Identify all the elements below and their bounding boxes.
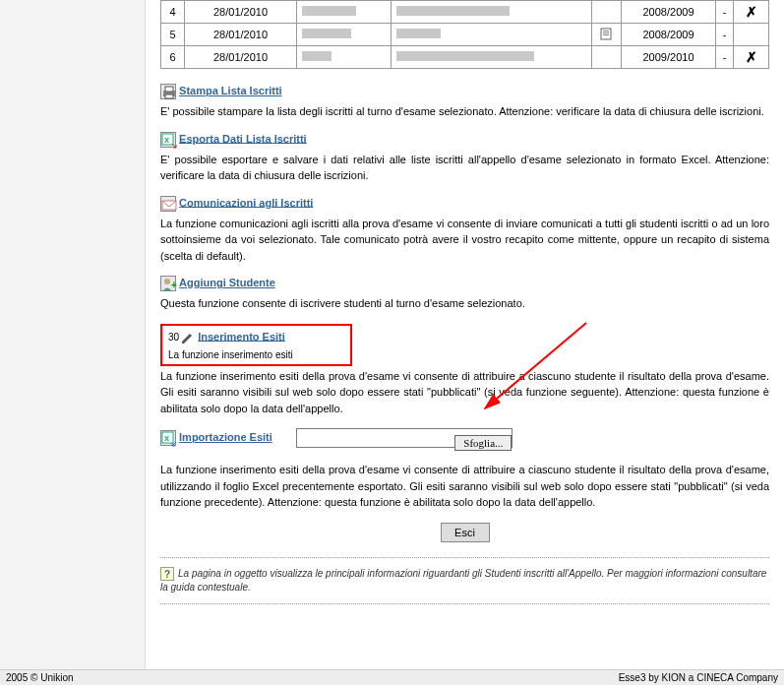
row-number: 4 bbox=[161, 1, 185, 24]
students-table: 4 28/01/2010 2008/2009 - ✗ 5 28/01/2010 … bbox=[160, 0, 769, 69]
communicate-link-label[interactable]: Comunicazioni agli Iscritti bbox=[179, 196, 313, 208]
row-status-icon bbox=[592, 24, 622, 46]
row-number: 6 bbox=[161, 46, 185, 69]
row-dash: - bbox=[716, 46, 734, 69]
print-link[interactable]: Stampa Lista Iscritti bbox=[160, 84, 769, 99]
row-year: 2008/2009 bbox=[622, 24, 716, 46]
svg-rect-3 bbox=[603, 34, 609, 35]
main-content: 4 28/01/2010 2008/2009 - ✗ 5 28/01/2010 … bbox=[146, 0, 784, 620]
row-number: 5 bbox=[161, 24, 185, 46]
divider bbox=[160, 557, 769, 558]
row-redacted bbox=[392, 24, 592, 46]
browse-button[interactable]: Sfoglia... bbox=[454, 435, 512, 451]
table-row: 5 28/01/2010 2008/2009 - bbox=[161, 24, 769, 46]
communicate-desc: La funzione comunicazioni agli iscritti … bbox=[160, 216, 769, 265]
add-student-link-label[interactable]: Aggiungi Studente bbox=[179, 277, 275, 288]
row-delete[interactable]: ✗ bbox=[734, 46, 769, 69]
help-text-content: La pagina in oggetto visualizza le princ… bbox=[160, 568, 766, 593]
row-date: 28/01/2010 bbox=[185, 24, 297, 46]
footer: 2005 © Unikion Esse3 by KION a CINECA Co… bbox=[0, 669, 784, 685]
row-redacted bbox=[297, 24, 392, 46]
delete-icon: ✗ bbox=[746, 4, 757, 20]
delete-icon: ✗ bbox=[746, 49, 757, 65]
row-delete bbox=[734, 24, 769, 46]
row-date: 28/01/2010 bbox=[185, 1, 297, 24]
mail-icon bbox=[160, 196, 176, 212]
insert-results-link[interactable]: 30 Inserimento Esiti bbox=[168, 330, 344, 345]
import-row: x Importazione Esiti Sfoglia... bbox=[160, 428, 769, 448]
svg-text:x: x bbox=[164, 135, 169, 145]
edit-icon bbox=[179, 330, 195, 345]
row-year: 2009/2010 bbox=[622, 46, 716, 69]
svg-rect-6 bbox=[165, 94, 173, 98]
import-desc: La funzione inserimento esiti della prov… bbox=[160, 462, 769, 511]
add-student-link[interactable]: + Aggiungi Studente bbox=[160, 276, 769, 291]
row-status-icon bbox=[592, 46, 622, 69]
svg-rect-5 bbox=[165, 87, 173, 92]
row-redacted bbox=[297, 1, 392, 24]
row-date: 28/01/2010 bbox=[185, 46, 297, 69]
export-link-label[interactable]: Esporta Dati Lista Iscritti bbox=[179, 132, 307, 144]
row-year: 2008/2009 bbox=[622, 1, 716, 24]
sidebar bbox=[0, 0, 146, 669]
exit-button[interactable]: Esci bbox=[441, 523, 490, 542]
divider bbox=[160, 603, 769, 604]
svg-rect-2 bbox=[603, 32, 609, 33]
printer-icon bbox=[160, 84, 176, 99]
row-redacted bbox=[392, 46, 592, 69]
svg-text:+: + bbox=[171, 280, 177, 290]
export-desc: E' possibile esportare e salvare i dati … bbox=[160, 152, 769, 184]
print-link-label[interactable]: Stampa Lista Iscritti bbox=[179, 85, 282, 96]
file-path-field[interactable] bbox=[297, 429, 454, 447]
row-redacted bbox=[392, 1, 592, 24]
insert-results-link-label[interactable]: Inserimento Esiti bbox=[198, 330, 285, 342]
table-row: 6 28/01/2010 2009/2010 - ✗ bbox=[161, 46, 769, 69]
document-icon bbox=[600, 27, 614, 40]
file-input-wrapper[interactable]: Sfoglia... bbox=[296, 428, 513, 448]
communicate-link[interactable]: Comunicazioni agli Iscritti bbox=[160, 196, 769, 212]
row-dash: - bbox=[716, 24, 734, 46]
row-redacted bbox=[297, 46, 392, 69]
print-desc: E' possibile stampare la lista degli isc… bbox=[160, 103, 769, 120]
help-text: ?La pagina in oggetto visualizza le prin… bbox=[160, 564, 769, 597]
svg-point-10 bbox=[164, 279, 170, 284]
row-status-icon bbox=[592, 1, 622, 24]
import-link-label[interactable]: Importazione Esiti bbox=[179, 431, 272, 443]
svg-rect-1 bbox=[603, 31, 609, 31]
help-icon[interactable]: ? bbox=[160, 567, 174, 581]
add-student-desc: Questa funzione consente di iscrivere st… bbox=[160, 295, 769, 312]
table-row: 4 28/01/2010 2008/2009 - ✗ bbox=[161, 1, 769, 24]
footer-left: 2005 © Unikion bbox=[6, 672, 74, 683]
insert-results-partial: La funzione inserimento esiti bbox=[168, 349, 344, 360]
add-user-icon: + bbox=[160, 276, 176, 291]
row-dash: - bbox=[716, 1, 734, 24]
insert-prefix: 30 bbox=[168, 331, 179, 342]
excel-export-icon: x bbox=[160, 132, 176, 148]
excel-import-icon: x bbox=[160, 430, 176, 446]
export-link[interactable]: x Esporta Dati Lista Iscritti bbox=[160, 132, 769, 148]
insert-results-desc: La funzione inserimento esiti della prov… bbox=[160, 368, 769, 417]
highlighted-box: 30 Inserimento Esiti La funzione inserim… bbox=[160, 324, 352, 366]
svg-text:x: x bbox=[164, 433, 169, 443]
footer-right: Esse3 by KION a CINECA Company bbox=[619, 672, 778, 683]
svg-rect-0 bbox=[601, 29, 611, 39]
row-delete[interactable]: ✗ bbox=[734, 1, 769, 24]
